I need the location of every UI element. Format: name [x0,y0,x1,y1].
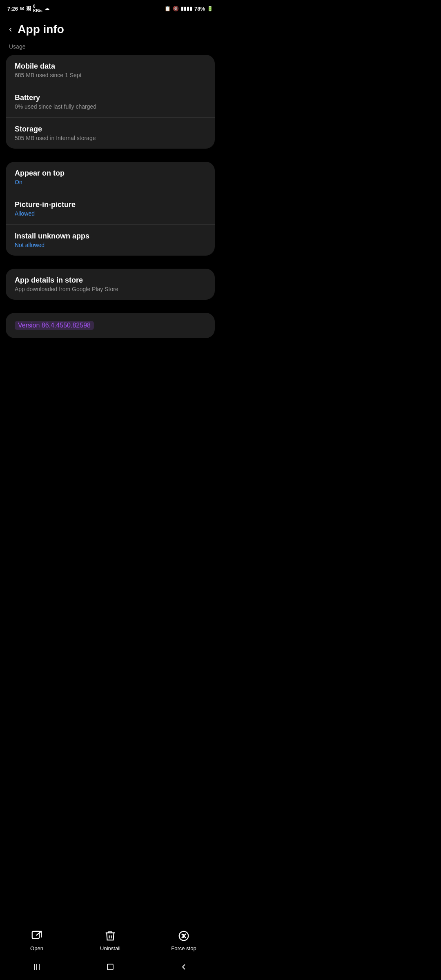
data-speed: 0KB/s [33,4,42,13]
permissions-card: Appear on top On Picture-in-picture Allo… [6,162,215,256]
gmail-icon: ✉ [20,6,24,11]
battery-display: 78% [194,6,205,12]
battery-item[interactable]: Battery 0% used since last fully charged [6,86,215,118]
time-display: 7:26 [7,6,18,12]
battery-title: Battery [15,94,206,102]
install-unknown-status: Not allowed [15,242,206,248]
storage-subtitle: 505 MB used in Internal storage [15,135,206,141]
mobile-data-item[interactable]: Mobile data 685 MB used since 1 Sept [6,55,215,86]
appear-on-top-status: On [15,179,206,185]
clipboard-icon: 📋 [165,6,171,11]
pip-title: Picture-in-picture [15,200,206,209]
gallery-icon: 🖼 [26,6,31,11]
appear-on-top-title: Appear on top [15,169,206,178]
mute-icon: 🔇 [173,6,179,11]
version-text: Version 86.4.4550.82598 [15,321,94,330]
battery-icon: 🔋 [207,6,213,11]
usage-card: Mobile data 685 MB used since 1 Sept Bat… [6,55,215,149]
store-title: App details in store [15,276,206,285]
version-card[interactable]: Version 86.4.4550.82598 [6,313,215,338]
back-button[interactable]: ‹ [9,24,12,35]
status-right: 📋 🔇 ▮▮▮▮ 78% 🔋 [165,6,213,12]
storage-title: Storage [15,125,206,134]
battery-subtitle: 0% used since last fully charged [15,103,206,110]
usage-section-label: Usage [0,40,220,52]
mobile-data-subtitle: 685 MB used since 1 Sept [15,72,206,78]
appear-on-top-item[interactable]: Appear on top On [6,162,215,193]
storage-item[interactable]: Storage 505 MB used in Internal storage [6,118,215,149]
status-left: 7:26 ✉ 🖼 0KB/s ☁ [7,4,49,13]
app-info-header: ‹ App info [0,16,220,40]
install-unknown-item[interactable]: Install unknown apps Not allowed [6,225,215,256]
store-item[interactable]: App details in store App downloaded from… [6,269,215,300]
signal-icon: ▮▮▮▮ [181,6,192,11]
pip-status: Allowed [15,210,206,217]
page-title: App info [18,23,64,36]
store-card[interactable]: App details in store App downloaded from… [6,269,215,300]
install-unknown-title: Install unknown apps [15,232,206,241]
pip-item[interactable]: Picture-in-picture Allowed [6,193,215,225]
status-bar: 7:26 ✉ 🖼 0KB/s ☁ 📋 🔇 ▮▮▮▮ 78% 🔋 [0,0,220,16]
mobile-data-title: Mobile data [15,62,206,71]
store-subtitle: App downloaded from Google Play Store [15,286,206,292]
cloud-icon: ☁ [45,6,49,11]
